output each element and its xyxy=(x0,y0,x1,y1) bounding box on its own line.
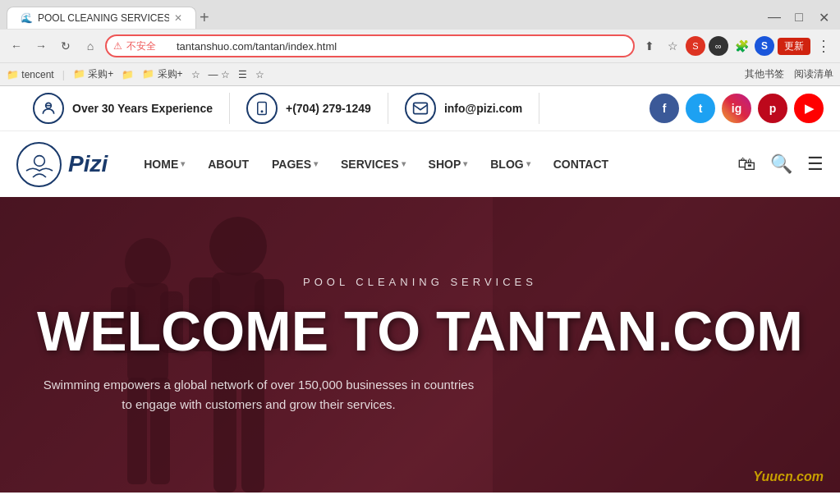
nav-about[interactable]: ABOUT xyxy=(196,131,260,197)
close-btn[interactable]: ✕ xyxy=(814,7,833,27)
experience-item: Over 30 Years Experience xyxy=(16,93,230,124)
tab-title: POOL CLEANING SERVICES xyxy=(38,12,169,24)
extension2-btn[interactable]: ∞ xyxy=(709,36,728,56)
website-content: Over 30 Years Experience +(704) 279-1249… xyxy=(0,86,840,493)
hamburger-btn[interactable]: ☰ xyxy=(807,153,824,175)
bm-item5[interactable]: — ☆ xyxy=(209,69,230,80)
bookmarks-bar: 📁 tencent | 📁 采购+ 📁 📁 采购+ ☆ — ☆ ☰ ☆ 其他书签… xyxy=(0,62,840,85)
active-tab[interactable]: 🌊 POOL CLEANING SERVICES ✕ xyxy=(7,7,196,29)
share-btn[interactable]: ⬆ xyxy=(640,36,659,56)
hero-subtitle: POOL CLEANING SERVICES xyxy=(37,276,803,288)
browser-chrome: 🌊 POOL CLEANING SERVICES ✕ + — □ ✕ ← → ↻… xyxy=(0,0,840,86)
svg-point-4 xyxy=(34,156,44,167)
pinterest-btn[interactable]: p xyxy=(758,94,787,123)
extension3-btn[interactable]: 🧩 xyxy=(732,36,751,56)
browser-tab-bar: 🌊 POOL CLEANING SERVICES ✕ + — □ ✕ xyxy=(0,0,840,30)
phone-icon xyxy=(246,93,278,124)
tab-close-btn[interactable]: ✕ xyxy=(174,12,182,24)
address-bar[interactable] xyxy=(105,34,635,57)
hero-title: WELCOME TO TANTAN.COM xyxy=(37,303,803,359)
hero-description: Swimming empowers a global network of ov… xyxy=(37,375,480,415)
email-icon xyxy=(405,93,436,124)
nav-contact[interactable]: CONTACT xyxy=(542,131,620,197)
experience-text: Over 30 Years Experience xyxy=(72,102,213,115)
email-item[interactable]: info@pizi.com xyxy=(388,93,539,124)
home-arrow-icon: ▾ xyxy=(181,131,185,197)
instagram-btn[interactable]: ig xyxy=(722,94,751,123)
security-icon: ⚠ xyxy=(113,40,122,52)
logo-text: Pizi xyxy=(68,151,108,177)
facebook-btn[interactable]: f xyxy=(650,94,679,123)
pages-arrow-icon: ▾ xyxy=(314,131,318,197)
update-button[interactable]: 更新 xyxy=(778,38,810,55)
bm-item2[interactable]: 📁 xyxy=(122,69,134,80)
tab-favicon: 🌊 xyxy=(21,12,33,24)
nav-home[interactable]: HOME ▾ xyxy=(132,131,196,197)
hero-content: POOL CLEANING SERVICES WELCOME TO TANTAN… xyxy=(21,259,819,431)
social-icons: f t ig p ▶ xyxy=(650,94,824,123)
bm-other[interactable]: 其他书签 xyxy=(745,67,784,81)
bm-tencent[interactable]: 📁 tencent xyxy=(7,69,54,80)
back-button[interactable]: ← xyxy=(7,36,26,56)
reload-button[interactable]: ↻ xyxy=(56,36,76,56)
logo[interactable]: Pizi xyxy=(16,142,108,187)
hero-section: POOL CLEANING SERVICES WELCOME TO TANTAN… xyxy=(0,197,840,493)
watermark: Yuucn.com xyxy=(753,470,824,484)
nav-menu: HOME ▾ ABOUT PAGES ▾ SERVICES ▾ SHOP ▾ B… xyxy=(132,131,737,197)
phone-text: +(704) 279-1249 xyxy=(286,102,371,115)
cart-btn[interactable]: 🛍 xyxy=(737,153,755,175)
bm-item4[interactable]: ☆ xyxy=(191,69,200,80)
bm-item1[interactable]: 📁 采购+ xyxy=(73,67,113,81)
svg-rect-3 xyxy=(414,103,428,113)
nav-shop[interactable]: SHOP ▾ xyxy=(417,131,480,197)
email-text: info@pizi.com xyxy=(444,102,522,115)
browser-controls: ← → ↻ ⌂ ⚠ 不安全 ⬆ ☆ S ∞ 🧩 S 更新 ⋮ xyxy=(0,30,840,62)
phone-item[interactable]: +(704) 279-1249 xyxy=(230,93,388,124)
new-tab-btn[interactable]: + xyxy=(200,8,209,27)
bm-reading[interactable]: 阅读清单 xyxy=(794,67,833,81)
nav-blog[interactable]: BLOG ▾ xyxy=(479,131,541,197)
bm-item7[interactable]: ☆ xyxy=(255,69,264,80)
nav-services[interactable]: SERVICES ▾ xyxy=(329,131,417,197)
bm-item3[interactable]: 📁 采购+ xyxy=(142,67,182,81)
search-btn[interactable]: 🔍 xyxy=(770,153,792,175)
bm-item6[interactable]: ☰ xyxy=(238,69,247,80)
extension1-btn[interactable]: S xyxy=(686,36,705,56)
services-arrow-icon: ▾ xyxy=(402,131,406,197)
profile-btn[interactable]: S xyxy=(755,36,774,56)
menu-btn[interactable]: ⋮ xyxy=(814,36,833,56)
logo-icon xyxy=(16,142,62,187)
top-info-bar: Over 30 Years Experience +(704) 279-1249… xyxy=(0,86,840,131)
twitter-btn[interactable]: t xyxy=(686,94,715,123)
minimize-btn[interactable]: — xyxy=(764,7,784,27)
shop-arrow-icon: ▾ xyxy=(463,131,467,197)
browser-actions: ⬆ ☆ S ∞ 🧩 S 更新 ⋮ xyxy=(640,36,833,56)
nav-actions: 🛍 🔍 ☰ xyxy=(737,153,824,175)
svg-point-2 xyxy=(261,111,263,112)
security-label: 不安全 xyxy=(126,39,156,53)
blog-arrow-icon: ▾ xyxy=(526,131,530,197)
maximize-btn[interactable]: □ xyxy=(789,7,809,27)
forward-button[interactable]: → xyxy=(31,36,51,56)
youtube-btn[interactable]: ▶ xyxy=(794,94,824,123)
bookmark-btn[interactable]: ☆ xyxy=(663,36,682,56)
experience-icon xyxy=(33,93,64,124)
navbar: Pizi HOME ▾ ABOUT PAGES ▾ SERVICES ▾ SHO… xyxy=(0,131,840,197)
nav-pages[interactable]: PAGES ▾ xyxy=(260,131,329,197)
home-button[interactable]: ⌂ xyxy=(80,36,100,56)
